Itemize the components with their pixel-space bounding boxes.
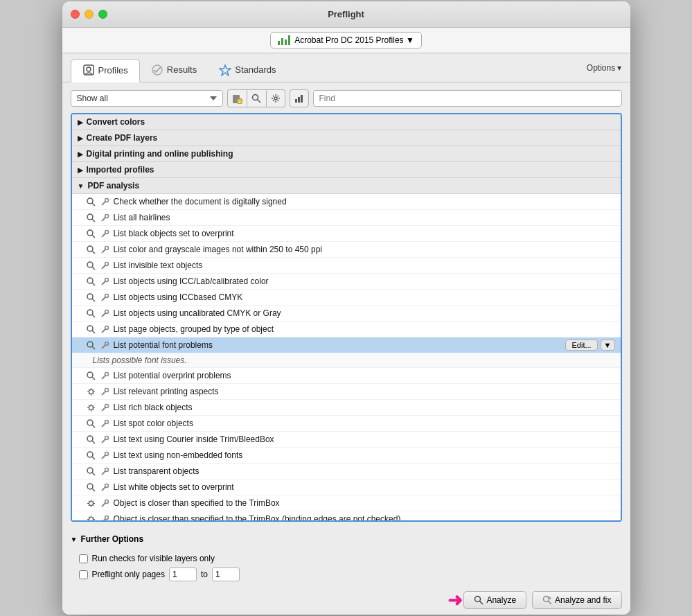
preflight-pages-checkbox[interactable] [79,570,88,579]
main-content: Show all Show errors Show warnings Show … [62,82,630,529]
tab-results[interactable]: Results [140,60,208,82]
analyze-fix-button[interactable]: Analyze and fix [532,591,621,609]
analyze-search-icon [474,595,483,605]
new-profile-button[interactable]: + [227,89,247,107]
window-title: Preflight [328,9,364,19]
list-item-font-problems[interactable]: ➜ List potential font problems Edit... ▼ [72,337,621,353]
search-icon-sm [86,308,97,319]
svg-point-57 [89,389,94,394]
svg-point-59 [105,388,109,391]
list-item[interactable]: List objects using uncalibrated CMYK or … [72,306,621,322]
search-button[interactable] [247,89,266,107]
svg-rect-0 [84,65,94,75]
group-pdf-analysis[interactable]: ▼ PDF analysis [72,178,621,194]
preflight-window: Preflight Acrobat Pro DC 2015 Profiles ▼… [62,1,630,615]
pages-from-input[interactable] [169,567,197,581]
list-item[interactable]: List text using Courier inside Trim/Blee… [72,432,621,448]
group-convert-colors[interactable]: ▶ Convert colors [72,114,621,130]
tab-profiles-label: Profiles [98,65,128,76]
svg-point-78 [105,468,109,471]
svg-line-54 [92,377,95,380]
wrench-icon [100,292,111,303]
more-button[interactable]: ▼ [601,340,615,351]
item-label: List black objects set to overprint [114,229,234,238]
svg-point-29 [87,262,93,267]
list-item[interactable]: List page objects, grouped by type of ob… [72,322,621,337]
analyze-button[interactable]: Analyze [463,591,526,609]
list-item[interactable]: List objects using ICCbased CMYK [72,290,621,306]
svg-rect-11 [298,97,300,103]
list-item[interactable]: List spot color objects [72,416,621,432]
search-icon-sm [86,244,97,255]
group-label: Create PDF layers [87,133,158,143]
group-arrow: ▼ [78,182,85,190]
list-item[interactable]: List black objects set to overprint [72,226,621,242]
svg-point-20 [105,214,109,218]
list-item[interactable]: List objects using ICC/Lab/calibrated co… [72,274,621,290]
group-imported-profiles[interactable]: ▶ Imported profiles [72,162,621,178]
search-icon-sm [86,228,97,239]
show-filter-select[interactable]: Show all Show errors Show warnings Show … [71,90,223,107]
item-label: Object is closer than specified to the T… [114,498,280,508]
wrench-icon [100,308,111,319]
subtext-label: Lists possible font issues. [93,355,187,365]
further-options-header[interactable]: ▼ Further Options [71,534,622,544]
svg-point-40 [105,294,109,297]
pages-to-input[interactable] [212,567,240,581]
settings-button[interactable] [266,89,285,107]
search-icon [251,94,261,103]
wrench-icon [100,402,111,413]
pages-to-label: to [201,570,208,579]
chart-view-button[interactable] [290,89,309,107]
wrench-icon [100,228,111,239]
search-icon-sm [86,196,97,207]
list-item[interactable]: List all hairlines [72,210,621,226]
group-digital-printing[interactable]: ▶ Digital printing and online publishing [72,146,621,162]
svg-point-79 [87,484,93,489]
item-label: List color and grayscale images not with… [114,245,323,254]
list-item[interactable]: List transparent objects [72,464,621,479]
close-button[interactable] [71,10,80,19]
list-item[interactable]: List text using non-embedded fonts [72,448,621,464]
group-create-pdf-layers[interactable]: ▶ Create PDF layers [72,130,621,146]
svg-point-83 [89,501,94,505]
minimize-button[interactable] [85,10,94,19]
svg-point-82 [105,484,109,487]
list-item[interactable]: List relevant printing aspects [72,384,621,400]
list-item[interactable]: List white objects set to overprint [72,479,621,495]
options-button[interactable]: Options ▾ [587,63,622,73]
find-input[interactable] [313,90,622,107]
svg-point-75 [87,468,93,473]
list-item[interactable]: List color and grayscale images not with… [72,242,621,258]
tab-profiles[interactable]: Profiles [71,59,140,82]
list-item[interactable]: Check whether the document is digitally … [72,194,621,210]
visible-layers-checkbox[interactable] [79,554,88,563]
preflight-pages-label: Preflight only pages [92,570,165,579]
wrench-icon [100,196,111,207]
list-item[interactable]: List potential overprint problems [72,368,621,384]
svg-point-25 [87,246,93,252]
search-icon-sm [86,418,97,429]
svg-point-71 [87,452,93,457]
list-item[interactable]: Object is closer than specified to the T… [72,495,621,511]
svg-line-22 [92,235,95,238]
gear-search-icon [86,513,97,522]
list-item[interactable]: List invisible text objects [72,258,621,274]
svg-point-93 [475,597,481,602]
svg-point-62 [105,404,109,407]
analyze-label: Analyze [486,595,516,605]
edit-button[interactable]: Edit... [565,340,597,351]
svg-point-66 [105,420,109,423]
wrench-icon [100,212,111,223]
profile-dropdown[interactable]: Acrobat Pro DC 2015 Profiles ▼ [270,32,422,49]
further-options-arrow: ▼ [71,536,78,543]
svg-point-32 [105,262,109,265]
tab-standards[interactable]: Standards [208,60,287,82]
traffic-lights [71,10,107,19]
list-item[interactable]: List rich black objects [72,400,621,416]
profile-dropdown-label: Acrobat Pro DC 2015 Profiles ▼ [294,35,414,45]
svg-point-45 [87,326,93,331]
maximize-button[interactable] [98,10,107,19]
item-label: List potential font problems [114,340,213,350]
list-item[interactable]: Object is closer than specified to the T… [72,511,621,522]
